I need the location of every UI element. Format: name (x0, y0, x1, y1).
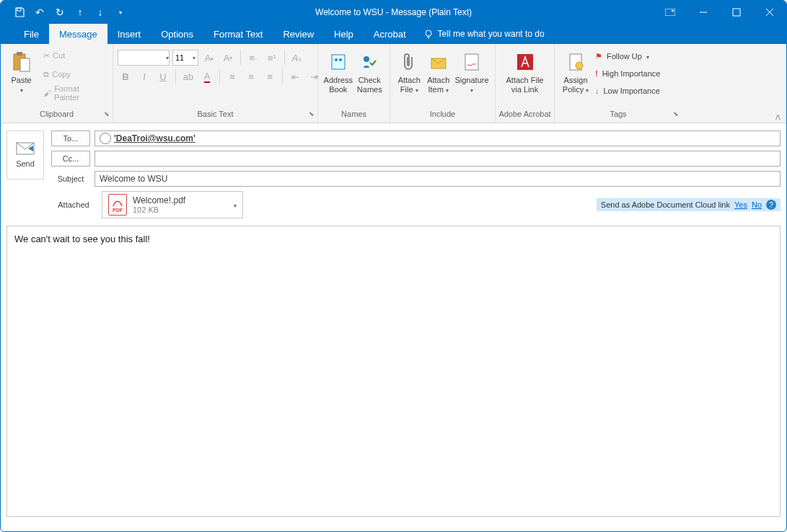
contact-icon (100, 133, 111, 144)
attach-via-link-button[interactable]: Attach Filevia Link (500, 47, 550, 107)
address-book-icon (330, 50, 347, 74)
bold-icon[interactable]: B (118, 68, 133, 84)
high-importance-button[interactable]: ! High Importance (592, 66, 663, 81)
svg-point-7 (426, 30, 431, 36)
clear-format-icon[interactable]: Aₓ (289, 50, 305, 66)
ribbon: Paste▾ ✂ Cut ⧉ Copy 🖌 Format Painter Cli… (1, 44, 786, 123)
tab-message[interactable]: Message (49, 24, 107, 44)
cc-field[interactable] (94, 151, 781, 167)
title-bar: ↶ ↻ ↑ ↓ ▾ Welcome to WSU - Message (Plai… (1, 1, 786, 24)
maximize-button[interactable] (720, 1, 753, 24)
highlight-icon[interactable]: ab (180, 68, 196, 84)
tab-acrobat[interactable]: Acrobat (364, 24, 416, 44)
copy-icon: ⧉ (43, 70, 49, 79)
attached-label: Attached (54, 200, 93, 209)
svg-rect-18 (465, 54, 478, 70)
group-basic-text: ▾ 11▾ A▴ A▾ ≡· ≡¹ Aₓ B I U ab A ≡ ≡ ≡ (113, 44, 318, 123)
scissors-icon: ✂ (43, 51, 50, 61)
policy-icon (568, 50, 584, 74)
subject-field[interactable]: Welcome to WSU (94, 171, 781, 187)
check-names-icon (361, 50, 378, 74)
close-button[interactable] (753, 1, 786, 24)
address-book-button[interactable]: AddressBook (322, 47, 354, 107)
basictext-launcher-icon[interactable]: ⬊ (309, 110, 315, 118)
font-color-icon[interactable]: A (199, 68, 215, 84)
adobe-yes-link[interactable]: Yes (734, 200, 747, 209)
send-button[interactable]: Send (6, 130, 44, 179)
paste-icon (12, 50, 31, 74)
lightbulb-icon (423, 29, 434, 39)
to-field[interactable]: 'DeaTroi@wsu.com' (94, 130, 781, 146)
font-size-select[interactable]: 11▾ (172, 50, 198, 66)
paste-button[interactable]: Paste▾ (5, 47, 38, 107)
tags-launcher-icon[interactable]: ⬊ (673, 110, 679, 118)
compose-header: Send To... 'DeaTroi@wsu.com' Cc... Subje… (1, 123, 786, 187)
svg-point-14 (335, 58, 338, 61)
tab-review[interactable]: Review (273, 24, 324, 44)
minimize-button[interactable] (687, 1, 720, 24)
adobe-no-link[interactable]: No (752, 200, 762, 209)
signature-icon (463, 50, 480, 74)
copy-button[interactable]: ⧉ Copy (40, 66, 108, 83)
follow-up-button[interactable]: ⚑ Follow Up ▾ (592, 48, 663, 64)
italic-icon[interactable]: I (136, 68, 152, 84)
cut-button[interactable]: ✂ Cut (40, 47, 108, 64)
align-right-icon[interactable]: ≡ (262, 68, 278, 84)
svg-point-15 (339, 58, 342, 61)
shrink-font-icon[interactable]: A▾ (220, 50, 236, 66)
tab-help[interactable]: Help (324, 24, 364, 44)
numbering-icon[interactable]: ≡¹ (264, 50, 280, 66)
svg-rect-0 (17, 8, 21, 11)
message-body[interactable]: We can't wait to see you this fall! (6, 226, 781, 517)
check-names-button[interactable]: CheckNames (354, 47, 386, 107)
tab-format-text[interactable]: Format Text (203, 24, 273, 44)
group-names: AddressBook CheckNames Names (318, 44, 390, 123)
tab-file[interactable]: File (14, 24, 49, 44)
save-icon[interactable] (9, 2, 30, 22)
attachment-chip[interactable]: PDF Welcome!.pdf 102 KB ▾ (102, 191, 243, 218)
undo-icon[interactable]: ↶ (30, 2, 50, 22)
arrow-up-icon[interactable]: ↑ (70, 2, 90, 22)
to-button[interactable]: To... (51, 130, 90, 146)
help-icon[interactable]: ? (766, 200, 776, 210)
brush-icon: 🖌 (43, 89, 51, 97)
high-importance-icon: ! (595, 69, 598, 78)
arrow-down-icon[interactable]: ↓ (90, 2, 110, 22)
qat-customize-icon[interactable]: ▾ (110, 2, 131, 22)
low-importance-button[interactable]: ↓ Low Importance (592, 83, 663, 99)
clipboard-launcher-icon[interactable]: ⬊ (104, 110, 110, 118)
attach-file-button[interactable]: AttachFile ▾ (395, 47, 423, 107)
svg-rect-2 (672, 10, 674, 12)
subject-label: Subject (51, 174, 90, 183)
attach-item-button[interactable]: AttachItem ▾ (423, 47, 452, 107)
pdf-icon: PDF (108, 194, 127, 216)
signature-button[interactable]: Signature▾ (453, 47, 491, 107)
grow-font-icon[interactable]: A▴ (201, 50, 217, 66)
group-tags: AssignPolicy ▾ ⚑ Follow Up ▾ ! High Impo… (555, 44, 682, 123)
tell-me-search[interactable]: Tell me what you want to do (416, 24, 545, 44)
ribbon-display-icon[interactable] (654, 1, 687, 24)
align-left-icon[interactable]: ≡ (224, 68, 240, 84)
window-controls (654, 1, 786, 24)
tab-options[interactable]: Options (151, 24, 203, 44)
align-center-icon[interactable]: ≡ (243, 68, 259, 84)
decrease-indent-icon[interactable]: ⇤ (287, 68, 303, 84)
redo-icon[interactable]: ↻ (50, 2, 70, 22)
recipient-chip[interactable]: 'DeaTroi@wsu.com' (114, 133, 195, 143)
ribbon-tabs: File Message Insert Options Format Text … (1, 24, 786, 44)
attachment-menu-icon[interactable]: ▾ (234, 203, 237, 209)
cc-button[interactable]: Cc... (51, 151, 90, 167)
paperclip-icon (402, 50, 416, 74)
collapse-ribbon-icon[interactable]: ᐱ (775, 113, 781, 121)
attachment-row: Attached PDF Welcome!.pdf 102 KB ▾ Send … (1, 187, 786, 218)
tab-insert[interactable]: Insert (107, 24, 151, 44)
format-painter-button[interactable]: 🖌 Format Painter (40, 84, 108, 102)
low-importance-icon: ↓ (595, 87, 599, 95)
adobe-cloud-bar: Send as Adobe Document Cloud link Yes No… (597, 198, 781, 211)
group-include: AttachFile ▾ AttachItem ▾ Signature▾ Inc… (390, 44, 496, 123)
bullets-icon[interactable]: ≡· (245, 50, 261, 66)
flag-icon: ⚑ (595, 52, 602, 61)
font-family-select[interactable]: ▾ (118, 50, 170, 66)
assign-policy-button[interactable]: AssignPolicy ▾ (559, 47, 592, 107)
underline-icon[interactable]: U (155, 68, 171, 84)
